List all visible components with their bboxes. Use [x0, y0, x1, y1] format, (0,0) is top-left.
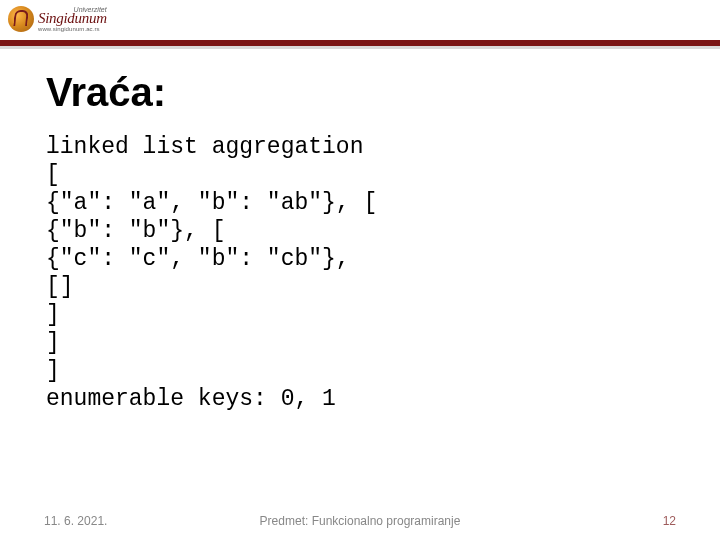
- logo-text: Univerzitet Singidunum www.singidunum.ac…: [38, 6, 107, 32]
- code-line: {"a": "a", "b": "ab"}, [: [46, 190, 377, 216]
- slide-content: Vraća: linked list aggregation [ {"a": "…: [0, 48, 720, 413]
- code-line: ]: [46, 330, 60, 356]
- code-line: [: [46, 162, 60, 188]
- logo: Univerzitet Singidunum www.singidunum.ac…: [8, 6, 107, 32]
- footer-subject: Predmet: Funkcionalno programiranje: [0, 514, 720, 528]
- code-line: ]: [46, 302, 60, 328]
- code-block: linked list aggregation [ {"a": "a", "b"…: [46, 133, 674, 413]
- code-line: []: [46, 274, 74, 300]
- code-line: linked list aggregation: [46, 134, 363, 160]
- footer-page-number: 12: [663, 514, 676, 528]
- logo-url: www.singidunum.ac.rs: [38, 26, 107, 32]
- code-line: {"b": "b"}, [: [46, 218, 225, 244]
- slide-header: Univerzitet Singidunum www.singidunum.ac…: [0, 0, 720, 48]
- code-line: enumerable keys: 0, 1: [46, 386, 336, 412]
- footer-date: 11. 6. 2021.: [44, 514, 107, 528]
- logo-name: Singidunum: [38, 11, 107, 26]
- header-rule-light: [0, 46, 720, 49]
- logo-emblem-icon: [8, 6, 34, 32]
- code-line: ]: [46, 358, 60, 384]
- slide-title: Vraća:: [46, 70, 674, 115]
- code-line: {"c": "c", "b": "cb"},: [46, 246, 350, 272]
- slide-footer: 11. 6. 2021. Predmet: Funkcionalno progr…: [0, 514, 720, 528]
